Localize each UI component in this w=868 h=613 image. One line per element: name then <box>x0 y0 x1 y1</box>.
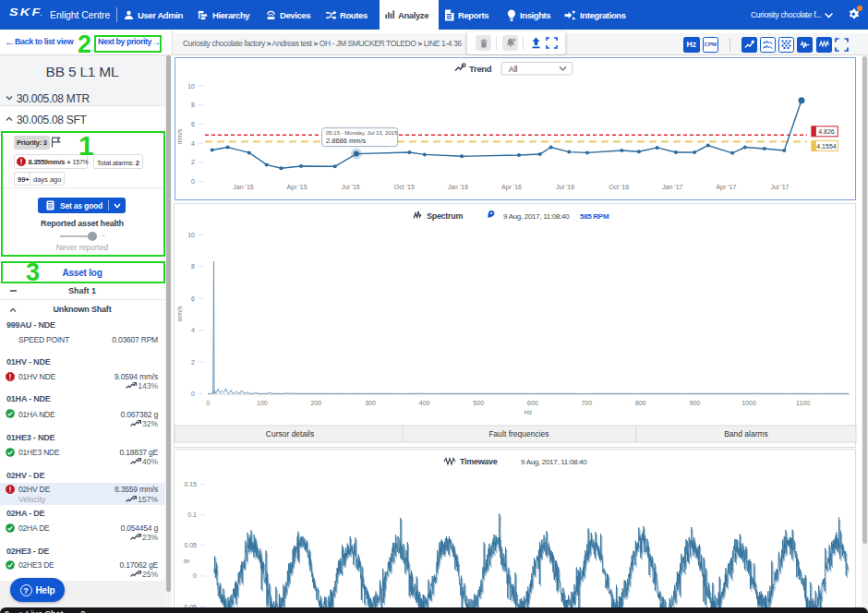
svg-text:Jul '15: Jul '15 <box>342 184 360 190</box>
svg-text:400: 400 <box>419 400 430 406</box>
svg-text:500: 500 <box>473 400 484 406</box>
svg-text:2: 2 <box>191 159 195 165</box>
svg-text:300: 300 <box>365 400 376 406</box>
svg-text:Oct '16: Oct '16 <box>609 184 629 190</box>
svg-text:200: 200 <box>311 400 322 406</box>
svg-text:10: 10 <box>187 83 195 90</box>
svg-text:1000: 1000 <box>741 400 756 406</box>
svg-text:8: 8 <box>191 102 195 108</box>
svg-text:Jan '17: Jan '17 <box>662 184 682 190</box>
svg-text:700: 700 <box>581 400 592 406</box>
svg-text:Band alarms: Band alarms <box>724 429 768 439</box>
svg-text:Trend: Trend <box>469 64 492 74</box>
svg-text:900: 900 <box>690 400 701 406</box>
svg-text:600: 600 <box>527 400 538 406</box>
svg-text:Apr '16: Apr '16 <box>501 184 522 191</box>
svg-text:Oct '15: Oct '15 <box>394 184 415 190</box>
svg-text:4.826: 4.826 <box>818 128 835 135</box>
svg-text:05:15 - Monday, Jul 13, 2015: 05:15 - Monday, Jul 13, 2015 <box>326 130 398 136</box>
svg-text:g: g <box>182 559 189 563</box>
svg-text:800: 800 <box>635 400 646 406</box>
svg-text:Jul '16: Jul '16 <box>556 184 574 190</box>
svg-text:1100: 1100 <box>796 400 810 406</box>
svg-text:0.1: 0.1 <box>187 511 197 518</box>
svg-text:9 Aug, 2017, 11:08:40: 9 Aug, 2017, 11:08:40 <box>503 212 570 221</box>
svg-text:8: 8 <box>191 263 195 270</box>
svg-text:Cursor details: Cursor details <box>266 429 314 439</box>
svg-text:Jan '15: Jan '15 <box>233 184 253 190</box>
svg-text:All: All <box>509 65 518 74</box>
svg-text:0.05: 0.05 <box>184 542 197 548</box>
svg-text:2.8686 mm/s: 2.8686 mm/s <box>326 137 367 145</box>
svg-text:2: 2 <box>191 359 195 366</box>
svg-text:Apr '17: Apr '17 <box>716 184 736 191</box>
svg-text:Apr '15: Apr '15 <box>287 184 307 191</box>
svg-text:4: 4 <box>191 140 195 147</box>
svg-text:0: 0 <box>191 178 195 185</box>
svg-text:mm/s: mm/s <box>176 128 183 145</box>
svg-text:10: 10 <box>187 232 195 238</box>
svg-text:Jan '16: Jan '16 <box>448 184 468 190</box>
svg-text:6: 6 <box>191 121 195 127</box>
svg-text:Timewave: Timewave <box>460 457 498 466</box>
svg-text:0: 0 <box>206 400 210 406</box>
svg-text:0.15: 0.15 <box>184 481 197 487</box>
svg-text:0: 0 <box>191 391 195 397</box>
svg-text:Spectrum: Spectrum <box>427 211 463 221</box>
svg-text:Fault frequencies: Fault frequencies <box>488 429 549 439</box>
svg-text:585 RPM: 585 RPM <box>580 212 609 221</box>
svg-text:Hz: Hz <box>524 409 533 415</box>
svg-text:Jul '17: Jul '17 <box>770 184 789 190</box>
svg-text:mm/s: mm/s <box>176 306 183 322</box>
svg-text:0: 0 <box>193 572 197 579</box>
svg-text:4.1554: 4.1554 <box>816 143 837 150</box>
svg-text:4: 4 <box>191 327 195 333</box>
svg-text:100: 100 <box>257 400 268 406</box>
svg-text:6: 6 <box>191 295 195 302</box>
svg-text:9 Aug, 2017, 11:08:40: 9 Aug, 2017, 11:08:40 <box>521 458 587 466</box>
